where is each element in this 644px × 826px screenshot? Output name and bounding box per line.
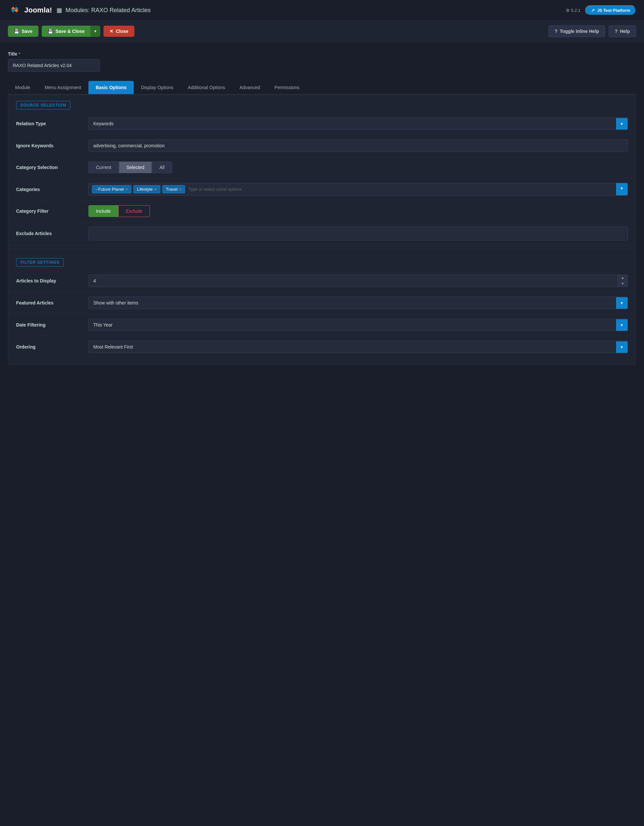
tag-lifestyle[interactable]: Lifestyle × <box>133 185 160 193</box>
joomla-logo-icon <box>8 3 22 17</box>
tag-future-planet[interactable]: - Future Planet × <box>92 185 132 193</box>
categories-placeholder: Type or select some options <box>187 185 613 193</box>
ordering-arrow-icon: ▾ <box>616 341 628 353</box>
exclude-articles-row: Exclude Articles <box>8 222 636 245</box>
category-current-btn[interactable]: Current <box>88 161 119 173</box>
category-selection-control: Current Selected All <box>88 161 628 173</box>
tag-future-planet-label: - Future Planet <box>96 187 124 192</box>
ordering-row: Ordering Most Relevant First ▾ <box>8 336 636 358</box>
category-selected-btn[interactable]: Selected <box>119 161 152 173</box>
tab-menu-assignment[interactable]: Menu Assignment <box>37 81 88 94</box>
save-label: Save <box>22 29 33 34</box>
tab-advanced[interactable]: Advanced <box>232 81 267 94</box>
tag-travel[interactable]: Travel × <box>162 185 185 193</box>
filter-section-header: FILTER SETTINGS <box>8 252 636 267</box>
category-filter-include-btn[interactable]: Include <box>88 205 118 217</box>
save-close-button[interactable]: 💾 Save & Close <box>42 26 91 37</box>
relation-type-value: Keywords <box>89 118 616 130</box>
tab-basic-options[interactable]: Basic Options <box>88 81 134 94</box>
panel: SOURCE SELECTION Relation Type Keywords … <box>8 95 636 365</box>
relation-type-row: Relation Type Keywords ▾ <box>8 113 636 135</box>
topbar: Joomla! ▦ Modules: RAXO Related Articles… <box>0 0 644 21</box>
date-filtering-label: Date Filtering <box>16 322 88 328</box>
tag-lifestyle-remove[interactable]: × <box>155 187 157 192</box>
category-all-btn[interactable]: All <box>152 161 172 173</box>
tag-future-planet-remove[interactable]: × <box>125 187 128 192</box>
spinner-down-button[interactable]: ▼ <box>618 281 628 287</box>
save-close-dropdown-button[interactable]: ▾ <box>90 26 100 37</box>
joomla-logo: Joomla! <box>8 3 52 17</box>
categories-control: - Future Planet × Lifestyle × Travel × T… <box>88 183 628 196</box>
save-icon: 💾 <box>14 29 19 34</box>
ignore-keywords-control <box>88 140 628 152</box>
ordering-value: Most Relevant First <box>89 341 616 353</box>
toggle-help-label: Toggle Inline Help <box>560 29 599 34</box>
category-selection-btn-group: Current Selected All <box>88 161 628 173</box>
featured-articles-arrow-icon: ▾ <box>616 297 628 309</box>
j5-platform-button[interactable]: ↗ J5 Test Platform <box>585 5 636 16</box>
category-filter-exclude-btn[interactable]: Exclude <box>118 205 150 217</box>
categories-label: Categories <box>16 187 88 192</box>
articles-to-display-input[interactable] <box>89 275 618 287</box>
help-button[interactable]: ? Help <box>608 25 636 37</box>
relation-type-control: Keywords ▾ <box>88 117 628 130</box>
ignore-keywords-label: Ignore Keywords <box>16 143 88 148</box>
ordering-label: Ordering <box>16 344 88 349</box>
topbar-left: Joomla! ▦ Modules: RAXO Related Articles <box>8 3 150 17</box>
title-field-group: Title * <box>8 51 636 72</box>
tag-travel-remove[interactable]: × <box>179 187 181 192</box>
title-label: Title * <box>8 51 636 57</box>
main-content: Title * Module Menu Assignment Basic Opt… <box>0 42 644 374</box>
category-filter-row: Category Filter Include Exclude <box>8 200 636 222</box>
exclude-articles-input[interactable] <box>88 227 628 241</box>
section-divider <box>8 248 636 249</box>
featured-articles-control: Show with other items ▾ <box>88 297 628 309</box>
j5-icon: ↗ <box>591 8 595 13</box>
j5-label: J5 Test Platform <box>598 8 630 13</box>
toolbar-right-group: ? Toggle Inline Help ? Help <box>548 25 636 37</box>
category-filter-control: Include Exclude <box>88 205 628 217</box>
category-filter-btn-group: Include Exclude <box>88 205 628 217</box>
relation-type-arrow-icon: ▾ <box>616 118 628 130</box>
ordering-select[interactable]: Most Relevant First ▾ <box>88 341 628 353</box>
tab-module[interactable]: Module <box>8 81 37 94</box>
source-section-title: SOURCE SELECTION <box>16 101 70 110</box>
topbar-right: ⚙ 5.2.1 ↗ J5 Test Platform <box>566 5 636 16</box>
exclude-articles-control <box>88 227 628 241</box>
ignore-keywords-row: Ignore Keywords <box>8 135 636 157</box>
toggle-inline-help-button[interactable]: ? Toggle Inline Help <box>548 25 605 37</box>
save-close-group: 💾 Save & Close ▾ <box>42 26 101 37</box>
relation-type-select[interactable]: Keywords ▾ <box>88 117 628 130</box>
page-title-header: ▦ Modules: RAXO Related Articles <box>57 6 150 14</box>
tab-permissions[interactable]: Permissions <box>267 81 307 94</box>
categories-tags-input[interactable]: - Future Planet × Lifestyle × Travel × T… <box>88 183 628 196</box>
ignore-keywords-input[interactable] <box>88 140 628 152</box>
save-button[interactable]: 💾 Save <box>8 26 39 37</box>
save-close-icon: 💾 <box>48 29 53 34</box>
number-spinners: ▲ ▼ <box>618 275 628 287</box>
category-filter-label: Category Filter <box>16 208 88 214</box>
tab-additional-options[interactable]: Additional Options <box>180 81 232 94</box>
categories-dropdown-arrow-icon[interactable]: ▾ <box>616 183 628 195</box>
save-close-label: Save & Close <box>56 29 85 34</box>
help-icon: ? <box>615 29 618 34</box>
title-input[interactable] <box>8 59 100 72</box>
help-label: Help <box>620 29 630 34</box>
articles-to-display-control: ▲ ▼ <box>88 275 628 287</box>
featured-articles-select[interactable]: Show with other items ▾ <box>88 297 628 309</box>
tab-display-options[interactable]: Display Options <box>134 81 180 94</box>
date-filtering-select[interactable]: This Year ▾ <box>88 318 628 331</box>
close-button[interactable]: ✕ Close <box>104 26 134 37</box>
tabs: Module Menu Assignment Basic Options Dis… <box>8 81 636 95</box>
spinner-up-button[interactable]: ▲ <box>618 275 628 281</box>
date-filtering-control: This Year ▾ <box>88 318 628 331</box>
toolbar: 💾 Save 💾 Save & Close ▾ ✕ Close ? Toggle… <box>0 21 644 42</box>
date-filtering-value: This Year <box>89 319 616 331</box>
joomla-logo-text: Joomla! <box>24 6 52 14</box>
date-filtering-arrow-icon: ▾ <box>616 319 628 331</box>
articles-to-display-input-wrap: ▲ ▼ <box>88 275 628 287</box>
close-label: Close <box>116 29 128 34</box>
featured-articles-row: Featured Articles Show with other items … <box>8 292 636 314</box>
featured-articles-label: Featured Articles <box>16 300 88 306</box>
date-filtering-row: Date Filtering This Year ▾ <box>8 314 636 336</box>
